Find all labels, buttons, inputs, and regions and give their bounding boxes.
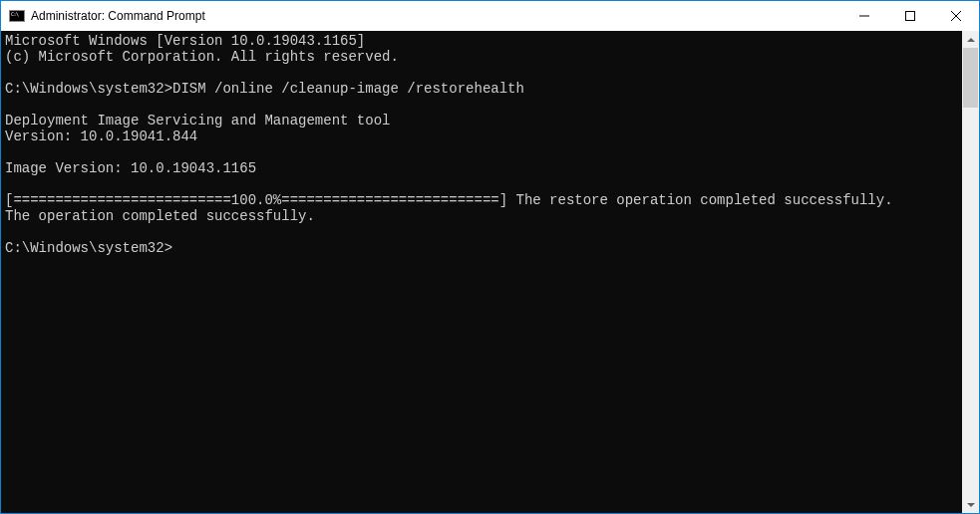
close-icon: [951, 11, 961, 21]
minimize-button[interactable]: [841, 1, 887, 31]
scroll-up-button[interactable]: [962, 31, 979, 48]
maximize-button[interactable]: [887, 1, 933, 31]
cmd-icon: [9, 8, 25, 24]
content-area: Microsoft Windows [Version 10.0.19043.11…: [1, 31, 979, 513]
minimize-icon: [859, 11, 869, 21]
maximize-icon: [905, 11, 915, 21]
vertical-scrollbar[interactable]: [962, 31, 979, 513]
command-prompt-window: Administrator: Command Prompt Micro: [0, 0, 980, 514]
scrollbar-thumb[interactable]: [963, 48, 978, 108]
window-title: Administrator: Command Prompt: [31, 9, 205, 23]
svg-marker-5: [967, 503, 975, 507]
chevron-up-icon: [967, 38, 975, 42]
titlebar[interactable]: Administrator: Command Prompt: [1, 1, 979, 31]
chevron-down-icon: [967, 503, 975, 507]
svg-rect-1: [906, 12, 915, 21]
close-button[interactable]: [933, 1, 979, 31]
window-controls: [841, 1, 979, 31]
svg-marker-4: [967, 38, 975, 42]
scrollbar-track[interactable]: [962, 48, 979, 496]
scroll-down-button[interactable]: [962, 496, 979, 513]
terminal-output[interactable]: Microsoft Windows [Version 10.0.19043.11…: [1, 31, 962, 513]
